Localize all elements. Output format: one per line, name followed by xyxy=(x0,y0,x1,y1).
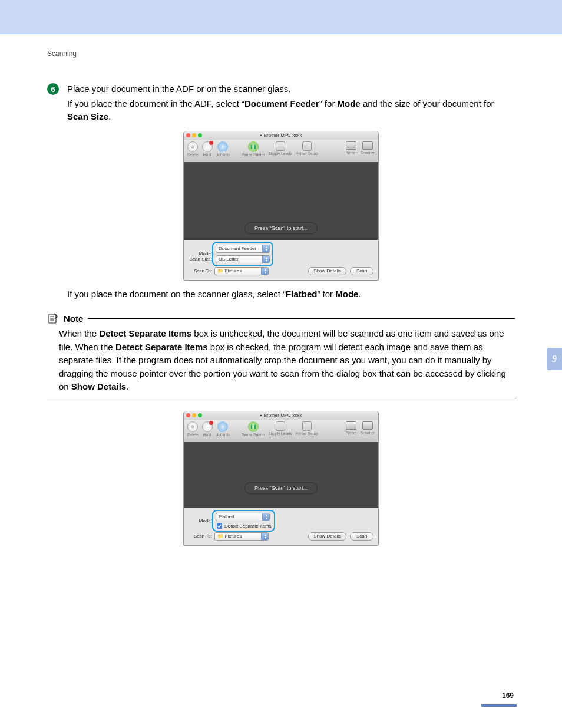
page-number-bar xyxy=(481,704,517,707)
printer-tab-icon xyxy=(346,421,356,430)
toolbar-delete[interactable]: ⊘Delete xyxy=(187,141,199,157)
toolbar-pause[interactable]: ❚❚Pause Printer xyxy=(242,141,265,157)
info-icon: i xyxy=(217,141,228,152)
pause-icon: ❚❚ xyxy=(248,421,259,432)
delete-icon: ⊘ xyxy=(187,141,198,152)
printer-icon: ▪ xyxy=(260,133,262,138)
toolbar-printer-setup[interactable]: Printer Setup xyxy=(296,421,318,436)
chapter-tab: 9 xyxy=(547,348,562,370)
window-toolbar: ⊘Delete Hold iJob Info ❚❚Pause Printer S… xyxy=(184,140,378,162)
toolbar-pause[interactable]: ❚❚Pause Printer xyxy=(242,421,265,437)
window-titlebar: ▪Brother MFC-xxxx xyxy=(184,131,378,140)
detect-separate-items-label: Detect Separate Items xyxy=(224,523,272,529)
scansize-label: Scan Size: xyxy=(189,256,214,262)
hold-icon xyxy=(202,141,213,152)
toolbar-scanner-tab[interactable]: Scanner xyxy=(361,141,375,155)
step-number-badge: 6 xyxy=(47,83,59,95)
supply-icon xyxy=(276,421,285,431)
window-toolbar: ⊘Delete Hold iJob Info ❚❚Pause Printer S… xyxy=(184,420,378,442)
page-top-bar xyxy=(0,0,562,34)
window-title: Brother MFC-xxxx xyxy=(264,133,302,138)
mode-select[interactable]: Flatbed▴▾ xyxy=(216,513,270,521)
scan-button[interactable]: Scan xyxy=(350,267,373,275)
window-titlebar: ▪Brother MFC-xxxx xyxy=(184,411,378,420)
delete-icon: ⊘ xyxy=(187,421,198,432)
note-body: When the Detect Separate Items box is un… xyxy=(59,327,515,394)
step-text: Place your document in the ADF or on the… xyxy=(67,83,515,125)
supply-icon xyxy=(276,141,285,151)
toolbar-printer-tab[interactable]: Printer xyxy=(346,421,357,435)
mode-label: Mode: xyxy=(189,251,214,256)
scanto-label: Scan To: xyxy=(189,533,214,539)
printer-setup-icon xyxy=(302,421,312,431)
scanner-tab-icon xyxy=(362,141,373,150)
scan-dialog-adf: ▪Brother MFC-xxxx ⊘Delete Hold iJob Info… xyxy=(183,131,379,281)
printer-tab-icon xyxy=(346,141,356,150)
section-title: Scanning xyxy=(47,50,515,58)
scanto-select[interactable]: 📁 Pictures▴▾ xyxy=(214,267,269,275)
highlight-callout: Document Feeder▴▾ Scan Size: US Letter▴▾ xyxy=(212,242,273,266)
note-end-rule xyxy=(47,400,515,400)
toolbar-printer-setup[interactable]: Printer Setup xyxy=(296,141,318,156)
info-icon: i xyxy=(217,421,228,432)
toolbar-hold[interactable]: Hold xyxy=(202,421,213,437)
scanner-tab-icon xyxy=(362,421,373,430)
scanto-label: Scan To: xyxy=(189,268,214,274)
toolbar-delete[interactable]: ⊘Delete xyxy=(187,421,199,437)
preview-area: Press "Scan" to start... xyxy=(184,162,378,240)
detect-separate-items-row[interactable]: Detect Separate Items xyxy=(217,523,272,529)
toolbar-scanner-tab[interactable]: Scanner xyxy=(361,421,375,435)
toolbar-supply[interactable]: Supply Levels xyxy=(268,421,292,436)
note-icon xyxy=(47,312,59,324)
preview-message: Press "Scan" to start... xyxy=(244,482,318,494)
mode-label: Mode: xyxy=(189,518,214,523)
toolbar-hold[interactable]: Hold xyxy=(202,141,213,157)
toolbar-jobinfo[interactable]: iJob Info xyxy=(216,141,230,157)
show-details-button[interactable]: Show Details xyxy=(308,267,346,275)
printer-setup-icon xyxy=(302,141,312,151)
detect-separate-items-checkbox[interactable] xyxy=(217,523,222,529)
toolbar-printer-tab[interactable]: Printer xyxy=(346,141,357,155)
scan-dialog-flatbed: ▪Brother MFC-xxxx ⊘Delete Hold iJob Info… xyxy=(183,411,379,546)
toolbar-supply[interactable]: Supply Levels xyxy=(268,141,292,156)
show-details-button[interactable]: Show Details xyxy=(308,532,346,541)
window-title: Brother MFC-xxxx xyxy=(264,413,302,418)
hold-icon xyxy=(202,421,213,432)
note-rule xyxy=(88,318,515,319)
preview-area: Press "Scan" to start... xyxy=(184,442,378,508)
pause-icon: ❚❚ xyxy=(248,141,259,152)
mode-select[interactable]: Document Feeder▴▾ xyxy=(216,245,270,253)
scan-button[interactable]: Scan xyxy=(350,532,373,541)
scansize-select[interactable]: US Letter▴▾ xyxy=(216,255,270,263)
page-number: 169 xyxy=(502,691,514,700)
preview-message: Press "Scan" to start... xyxy=(244,222,318,234)
printer-icon: ▪ xyxy=(260,413,262,418)
toolbar-jobinfo[interactable]: iJob Info xyxy=(216,421,230,437)
flatbed-instruction: If you place the document on the scanner… xyxy=(67,288,515,301)
scanto-select[interactable]: 📁 Pictures▴▾ xyxy=(214,532,269,541)
note-title: Note xyxy=(64,314,83,324)
highlight-callout: Flatbed▴▾ Detect Separate Items xyxy=(212,510,275,532)
